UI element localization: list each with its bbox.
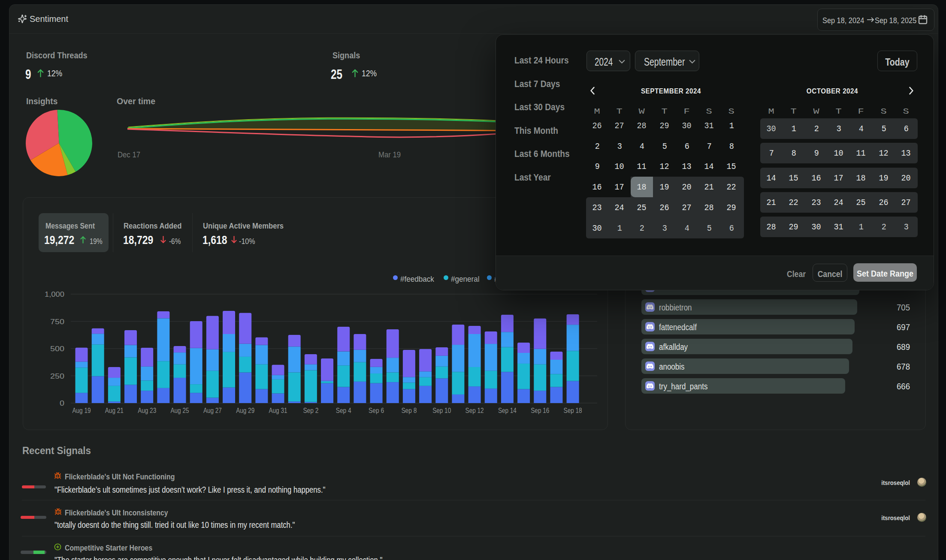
svg-text:Aug 27: Aug 27 xyxy=(203,406,222,415)
svg-text:Aug 21: Aug 21 xyxy=(105,406,124,415)
svg-text:750: 750 xyxy=(50,318,64,326)
svg-text:250: 250 xyxy=(50,372,64,380)
svg-text:Aug 19: Aug 19 xyxy=(73,406,91,415)
svg-text:Sep 12: Sep 12 xyxy=(465,406,484,415)
svg-text:Sep 16: Sep 16 xyxy=(531,406,549,415)
svg-text:Sep 2: Sep 2 xyxy=(303,406,318,415)
svg-text:Sep 10: Sep 10 xyxy=(432,406,451,415)
svg-text:1,000: 1,000 xyxy=(45,290,64,298)
svg-text:Sep 18: Sep 18 xyxy=(564,406,582,415)
svg-text:Aug 29: Aug 29 xyxy=(236,406,254,415)
svg-text:Sep 14: Sep 14 xyxy=(498,406,517,415)
svg-text:Sep 4: Sep 4 xyxy=(336,406,351,415)
svg-text:Sep 8: Sep 8 xyxy=(401,406,417,415)
svg-text:Aug 31: Aug 31 xyxy=(269,406,287,415)
svg-text:500: 500 xyxy=(50,345,64,353)
svg-text:Sep 6: Sep 6 xyxy=(369,406,384,415)
svg-text:Aug 23: Aug 23 xyxy=(138,406,156,415)
svg-text:0: 0 xyxy=(60,399,64,407)
svg-text:Aug 25: Aug 25 xyxy=(171,406,189,415)
